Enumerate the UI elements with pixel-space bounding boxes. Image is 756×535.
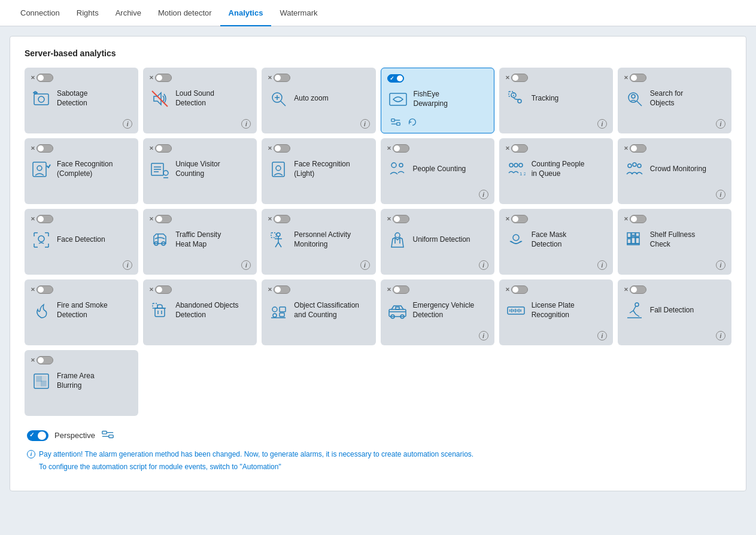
toggle-auto-zoom[interactable]: ✕ [268,74,290,82]
toggle-people-counting[interactable]: ✕ [387,144,409,153]
nav-rights[interactable]: Rights [68,0,107,26]
analytics-grid: ✕ SabotageDete [25,68,731,416]
perspective-toggle[interactable]: ✓ [27,430,48,441]
svg-rect-60 [627,233,631,238]
section-title: Server-based analytics [25,48,731,58]
svg-rect-12 [396,123,399,126]
personnel-activity-info[interactable]: i [360,260,370,270]
svg-rect-56 [627,239,631,244]
toggle-shelf-fullness[interactable]: ✕ [624,215,646,223]
frame-area-icon [31,370,52,392]
card-traffic-density: ✕ [143,209,257,275]
svg-rect-70 [280,307,286,312]
svg-point-35 [519,163,523,167]
license-plate-info[interactable]: i [597,331,607,341]
card-auto-zoom: ✕ Auto zoom [262,68,375,133]
svg-rect-90 [37,376,41,381]
people-counting-icon [387,159,408,180]
traffic-density-info[interactable]: i [241,260,251,270]
card-fall-detection: ✕ Fall Detecti [618,279,731,345]
auto-zoom-info[interactable]: i [360,119,370,129]
traffic-density-label: Traffic DensityHeat Map [175,230,221,249]
svg-rect-72 [280,313,284,317]
face-recog-complete-label: Face Recognition(Complete) [57,160,113,178]
personnel-activity-icon [268,229,289,251]
people-counting-info[interactable]: i [479,190,488,199]
toggle-counting-queue[interactable]: ✕ [505,144,528,153]
toggle-search-objects[interactable]: ✕ [624,74,646,82]
toggle-abandoned-objects[interactable]: ✕ [149,285,172,294]
fisheye-label: FishEyeDewarping [414,90,448,108]
uniform-detection-icon [387,229,408,251]
svg-point-20 [631,95,635,98]
toggle-fall-detection[interactable]: ✕ [624,285,646,294]
auto-zoom-icon [268,88,289,110]
card-face-mask: ✕ [499,209,613,275]
shelf-fullness-info[interactable]: i [716,260,725,270]
svg-line-47 [275,242,278,247]
tracking-label: Tracking [532,94,559,104]
svg-point-40 [38,236,44,242]
nav-connection[interactable]: Connection [12,0,68,26]
app-container: Connection Rights Archive Motion detecto… [0,0,756,535]
sabotage-info[interactable]: i [123,119,132,129]
toggle-face-recog-light[interactable]: ✕ [268,144,290,153]
toggle-unique-visitor[interactable]: ✕ [149,144,172,153]
unique-visitor-icon [149,159,171,180]
toggle-emergency-vehicle[interactable]: ✕ [387,285,409,294]
svg-point-69 [272,307,277,312]
emergency-vehicle-info[interactable]: i [479,331,488,341]
svg-line-7 [281,101,286,106]
toggle-personnel-activity[interactable]: ✕ [268,215,290,223]
toggle-license-plate[interactable]: ✕ [505,285,528,294]
toggle-face-recog-complete[interactable]: ✕ [31,144,53,153]
license-plate-icon [505,300,527,321]
toggle-object-classification[interactable]: ✕ [268,285,290,294]
traffic-density-icon [149,229,171,251]
nav-watermark[interactable]: Watermark [271,0,326,26]
svg-point-44 [277,233,280,236]
crowd-monitoring-info[interactable]: i [716,190,725,199]
face-detection-info[interactable]: i [123,260,132,270]
svg-rect-11 [391,119,394,122]
card-emergency-vehicle: ✕ [381,279,494,345]
toggle-loud-sound[interactable]: ✕ [149,74,172,82]
perspective-settings-icon[interactable] [101,428,114,443]
svg-text:1 2 3: 1 2 3 [520,171,526,177]
fisheye-refresh-icon[interactable] [406,116,418,128]
svg-point-50 [395,233,400,238]
toggle-fire-smoke[interactable]: ✕ [31,285,53,294]
card-tracking: ✕ Tracking [499,68,613,133]
svg-point-32 [399,163,403,167]
toggle-crowd-monitoring[interactable]: ✕ [624,144,646,153]
card-fisheye: ✓ FishEyeDewarping [381,68,494,133]
fire-smoke-icon [31,300,52,321]
toggle-sabotage[interactable]: ✕ [31,74,53,82]
svg-rect-64 [155,308,165,317]
card-license-plate: ✕ [499,279,613,345]
face-mask-info[interactable]: i [597,260,607,270]
toggle-frame-area[interactable]: ✕ [31,356,53,364]
nav-archive[interactable]: Archive [107,0,150,26]
toggle-face-mask[interactable]: ✕ [505,215,528,223]
nav-analytics[interactable]: Analytics [220,0,272,26]
face-recog-light-icon [268,159,289,180]
toggle-uniform-detection[interactable]: ✕ [387,215,409,223]
toggle-tracking[interactable]: ✕ [505,74,528,82]
uniform-detection-info[interactable]: i [479,260,488,270]
svg-point-27 [163,171,168,175]
tracking-info[interactable]: i [597,119,607,129]
svg-rect-93 [41,381,46,386]
nav-motion-detector[interactable]: Motion detector [150,0,220,26]
toggle-face-detection[interactable]: ✕ [31,215,53,223]
loud-sound-info[interactable]: i [241,119,251,129]
toggle-traffic-density[interactable]: ✕ [149,215,172,223]
svg-rect-92 [37,381,41,386]
svg-point-34 [514,163,518,167]
card-counting-queue: ✕ 1 2 3 [499,138,613,204]
fall-detection-info[interactable]: i [716,331,725,341]
fisheye-settings-icon[interactable] [390,116,402,128]
search-objects-info[interactable]: i [716,119,725,129]
toggle-fisheye[interactable]: ✓ [387,74,404,83]
emergency-vehicle-label: Emergency VehicleDetection [413,301,475,320]
